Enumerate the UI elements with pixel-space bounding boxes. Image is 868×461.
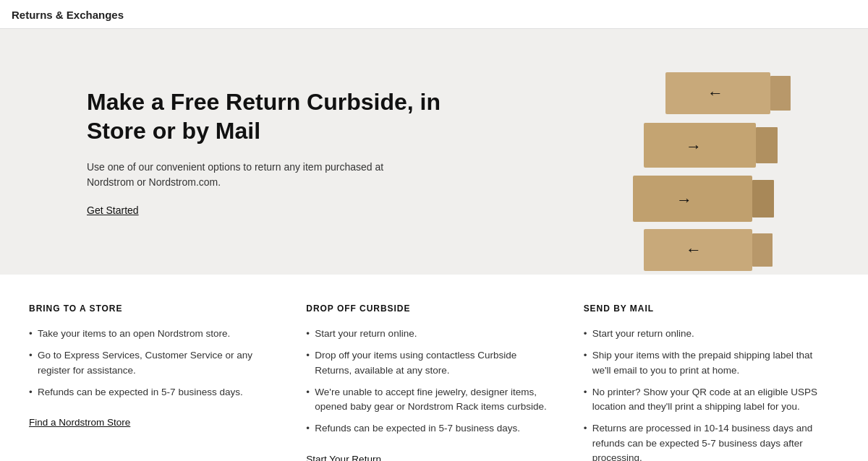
column-2-bullets: Start your return online. Drop off your … bbox=[306, 327, 547, 436]
hero-description: Use one of our convenient options to ret… bbox=[87, 160, 391, 190]
svg-text:→: → bbox=[676, 191, 692, 209]
column-3-title: SEND BY MAIL bbox=[584, 303, 825, 314]
svg-rect-10 bbox=[752, 233, 773, 267]
list-item: Start your return online. bbox=[306, 327, 547, 341]
list-item: Take your items to an open Nordstrom sto… bbox=[29, 327, 270, 341]
column-1-bullets: Take your items to an open Nordstrom sto… bbox=[29, 327, 270, 400]
hero-heading: Make a Free Return Curbside, in Store or… bbox=[87, 87, 492, 145]
list-item: No printer? Show your QR code at an elig… bbox=[584, 385, 825, 415]
list-item: Refunds can be expected in 5-7 business … bbox=[29, 385, 270, 400]
list-item: Start your return online. bbox=[584, 327, 825, 341]
list-item: We're unable to accept fine jewelry, des… bbox=[306, 385, 547, 415]
svg-rect-1 bbox=[770, 76, 791, 111]
column-1-title: BRING TO A STORE bbox=[29, 303, 270, 314]
find-store-link[interactable]: Find a Nordstrom Store bbox=[29, 417, 130, 428]
list-item: Refunds can be expected in 5-7 business … bbox=[306, 421, 547, 436]
column-send-by-mail: SEND BY MAIL Start your return online. S… bbox=[569, 303, 846, 461]
column-drop-off-curbside: DROP OFF CURBSIDE Start your return onli… bbox=[292, 303, 569, 461]
svg-text:←: ← bbox=[707, 84, 723, 102]
list-item: Drop off your items using contactless Cu… bbox=[306, 348, 547, 378]
svg-rect-7 bbox=[752, 180, 774, 217]
svg-text:←: ← bbox=[686, 241, 702, 259]
get-started-link[interactable]: Get Started bbox=[87, 204, 139, 216]
column-bring-to-store: BRING TO A STORE Take your items to an o… bbox=[22, 303, 292, 461]
list-item: Ship your items with the prepaid shippin… bbox=[584, 348, 825, 378]
hero-banner: Make a Free Return Curbside, in Store or… bbox=[0, 29, 868, 275]
svg-text:→: → bbox=[686, 137, 702, 155]
column-2-title: DROP OFF CURBSIDE bbox=[306, 303, 547, 314]
info-columns: BRING TO A STORE Take your items to an o… bbox=[0, 275, 868, 461]
page-title: Returns & Exchanges bbox=[0, 0, 868, 29]
column-3-bullets: Start your return online. Ship your item… bbox=[584, 327, 825, 461]
svg-rect-6 bbox=[633, 176, 752, 222]
boxes-svg: ← → → ← bbox=[579, 58, 810, 275]
list-item: Returns are processed in 10-14 business … bbox=[584, 421, 825, 461]
hero-text: Make a Free Return Curbside, in Store or… bbox=[87, 87, 492, 216]
list-item: Go to Express Services, Customer Service… bbox=[29, 348, 270, 378]
curbside-start-return-link[interactable]: Start Your Return bbox=[306, 454, 381, 462]
hero-illustration: ← → → ← bbox=[579, 58, 810, 246]
svg-rect-4 bbox=[756, 127, 778, 163]
